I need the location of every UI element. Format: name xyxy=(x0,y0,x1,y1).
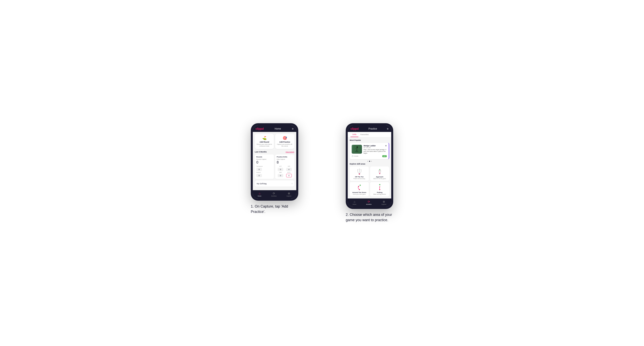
nav-activities-2[interactable]: ⟳ Activities xyxy=(366,200,372,205)
practice-value: 0 xyxy=(256,174,262,177)
shots-label: 🕐 9 shots xyxy=(352,156,358,157)
around-the-green-desc: Hone your short game xyxy=(353,193,366,195)
practice-content: Most Popular xyxy=(348,137,391,198)
add-practice-title: Add Practice xyxy=(279,141,290,143)
clippd-logo-2: clippd xyxy=(350,127,358,130)
phone2-caption: 2. Choose which area of your game you wa… xyxy=(346,212,393,223)
phone1-header: clippd Home ≡ xyxy=(253,125,296,132)
around-the-green-diagram xyxy=(355,184,364,191)
svg-point-21 xyxy=(379,186,380,187)
add-practice-card[interactable]: 🎯 Add Practice Capture your practice off… xyxy=(275,134,294,149)
star-icon[interactable]: ☆ xyxy=(385,145,387,147)
phone1-screen: clippd Home ≡ ⛳ Add Round Record your sh… xyxy=(253,125,296,199)
svg-point-9 xyxy=(359,169,360,170)
add-round-icon: ⛳ xyxy=(262,136,266,140)
ott-value: 0 xyxy=(278,168,283,171)
nav-activities-1[interactable]: ⟳ Activities xyxy=(271,192,277,197)
phone1-frame: clippd Home ≡ ⛳ Add Round Record your sh… xyxy=(251,123,298,201)
activities-nav-icon-1: ⟳ xyxy=(273,192,275,195)
skill-approach[interactable]: Approach Dial-in to hit the green xyxy=(370,167,389,181)
skill-around-the-green[interactable]: Around The Green Hone your short game xyxy=(350,182,369,196)
featured-footer: 🕐 9 shots APP xyxy=(352,155,387,157)
off-the-tee-name: Off The Tee xyxy=(355,176,364,178)
svg-point-15 xyxy=(380,170,380,170)
practice-title: Practice xyxy=(368,127,377,130)
activities-nav-label-1: Activities xyxy=(271,195,277,197)
putt-value: 4 xyxy=(286,174,292,177)
add-round-desc: Record your shots fast or enhanced mode xyxy=(256,143,272,147)
nav-capture-1[interactable]: ⊕ Capture xyxy=(286,192,291,197)
featured-name: Wedge Ladder ☆ xyxy=(364,145,387,147)
my-golf-bag[interactable]: My Golf Bag › xyxy=(255,180,294,187)
skill-putting[interactable]: Putting Make and lag practice xyxy=(370,182,389,196)
dot-1 xyxy=(367,161,368,162)
add-round-card[interactable]: ⛳ Add Round Record your shots fast or en… xyxy=(255,134,274,149)
phone1-section: clippd Home ≡ ⛳ Add Round Record your sh… xyxy=(233,123,316,214)
practice-label: Practice xyxy=(256,172,272,173)
my-golf-bag-label: My Golf Bag xyxy=(257,183,266,185)
practice-drills-box: Practice Drills Drills Capture 8 OTT 0 A… xyxy=(275,155,294,179)
add-practice-icon: 🎯 xyxy=(283,136,287,140)
capture-nav-label-2: Capture xyxy=(381,204,386,205)
page-container: clippd Home ≡ ⛳ Add Round Record your sh… xyxy=(233,123,411,223)
featured-card-inner: Wedge Ladder ☆ 50–100 yds Play 1 shot at… xyxy=(352,145,387,154)
featured-card[interactable]: Wedge Ladder ☆ 50–100 yds Play 1 shot at… xyxy=(350,143,389,159)
tab-favourites[interactable]: Favourites xyxy=(358,132,371,137)
most-popular-title: Most Popular xyxy=(350,139,389,141)
phone1-caption: 1. On Capture, tap 'Add Practice'. xyxy=(251,204,298,214)
skill-off-the-tee[interactable]: Off The Tee Power and accuracy xyxy=(350,167,369,181)
last3months-label: Last 3 Months xyxy=(255,151,267,153)
golf-bag-arrow-icon: › xyxy=(292,182,292,185)
menu-icon-1[interactable]: ≡ xyxy=(292,127,294,130)
home-nav-label-1: Home xyxy=(258,195,262,197)
svg-point-10 xyxy=(360,169,361,170)
svg-point-14 xyxy=(380,170,381,171)
off-the-tee-diagram xyxy=(355,168,364,175)
tournament-label: Tournament xyxy=(256,166,272,167)
arg-value: 0 xyxy=(278,174,283,177)
rounds-capture-value: 0 xyxy=(256,160,272,165)
tab-drills[interactable]: Drills xyxy=(350,132,358,137)
svg-point-19 xyxy=(360,185,360,185)
capture-nav-label-1: Capture xyxy=(286,195,291,197)
clippd-logo-1: clippd xyxy=(256,127,264,130)
ott-label: OTT xyxy=(277,166,284,167)
carousel-dots xyxy=(350,161,389,162)
featured-desc: Play 1 shot at each target yardage. If y… xyxy=(364,149,387,154)
practice-drills-title: Practice Drills xyxy=(277,156,293,158)
app-value: 4 xyxy=(286,168,292,171)
svg-point-8 xyxy=(358,169,358,170)
phone1-content: ⛳ Add Round Record your shots fast or en… xyxy=(253,132,296,190)
drills-capture-value: 8 xyxy=(277,160,293,165)
activities-nav-label-2: Activities xyxy=(366,204,372,205)
menu-icon-2[interactable]: ≡ xyxy=(387,127,388,130)
putting-desc: Make and lag practice xyxy=(374,193,386,195)
nav-capture-2[interactable]: ⊕ Capture xyxy=(381,200,386,205)
phone2-screen: clippd Practice ≡ Drills Favourites Most… xyxy=(348,125,391,207)
approach-name: Approach xyxy=(376,176,383,178)
ott-item: OTT 0 xyxy=(277,166,284,171)
dot-2 xyxy=(369,161,370,162)
add-round-title: Add Round xyxy=(260,141,269,143)
activities-nav-icon-2: ⟳ xyxy=(368,200,370,203)
stats-grid: Rounds Rounds Capture 0 Tournament 0 Pra… xyxy=(255,155,294,179)
svg-point-2 xyxy=(356,146,358,148)
nav-home-2[interactable]: ⌂ Home xyxy=(353,200,356,205)
putt-label: PUTT xyxy=(285,172,293,173)
app-item: APP 4 xyxy=(285,166,293,171)
last3months-header: Last 3 Months View Activity xyxy=(255,151,294,153)
featured-range: 50–100 yds xyxy=(364,147,387,148)
putting-name: Putting xyxy=(377,191,382,193)
capture-nav-icon-1: ⊕ xyxy=(288,192,290,195)
phone2-header: clippd Practice ≡ xyxy=(348,125,391,132)
arg-label: ARG xyxy=(277,172,284,173)
svg-point-1 xyxy=(355,151,359,152)
putt-item: PUTT 4 xyxy=(285,172,293,177)
off-the-tee-desc: Power and accuracy xyxy=(354,178,365,179)
drills-capture-label: Drills Capture xyxy=(277,159,293,160)
rounds-title: Rounds xyxy=(256,156,272,158)
home-nav-icon-2: ⌂ xyxy=(354,200,355,203)
dot-3 xyxy=(371,161,372,162)
nav-home-1[interactable]: ⌂ Home xyxy=(258,192,262,197)
view-activity-link[interactable]: View Activity xyxy=(286,151,294,153)
